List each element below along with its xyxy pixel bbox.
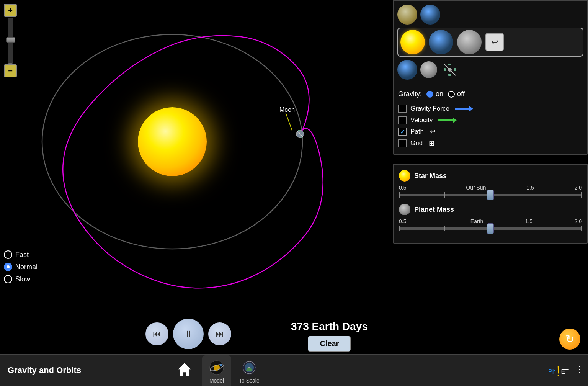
gravity-on-radio[interactable] [426,91,433,98]
star-mass-header: Star Mass [399,170,582,182]
zoom-controls: + − [4,4,17,77]
speed-slow[interactable]: Slow [4,275,38,283]
clear-button[interactable]: Clear [308,336,351,352]
tick-2 [444,192,445,198]
body-moon2[interactable] [420,61,437,78]
gravity-label: Gravity: [398,90,422,98]
satellite-label: Moon [279,106,295,113]
body-row-inactive [397,5,583,25]
tab-to-scale[interactable]: To Scale [233,355,266,386]
zoom-in-button[interactable]: + [4,4,17,17]
star-mass-thumb[interactable] [487,190,494,200]
zoom-out-button[interactable]: − [4,64,17,77]
model-icon [208,359,225,376]
body-star-inactive[interactable] [397,5,417,25]
planet-mass-track[interactable] [399,227,582,230]
rewind-button[interactable]: ⏮ [145,322,168,345]
star-mass-section: Star Mass 0.5 Our Sun 1.5 2.0 [399,170,582,196]
velocity-arrow [438,119,454,121]
svg-rect-7 [448,64,451,65]
star-mass-title: Star Mass [414,172,447,180]
planet-mass-header: Planet Mass [399,204,582,215]
menu-button[interactable]: ⋮ [575,364,584,375]
timer-area: 373 Earth Days Clear [291,321,368,352]
planet-mass-min: 0.5 [399,218,406,224]
star-mass-15: 1.5 [526,185,534,191]
svg-point-21 [248,367,250,368]
body-moon-selected[interactable] [457,30,482,54]
phet-ph: Ph [548,368,556,375]
path-checkbox[interactable] [398,128,407,136]
svg-marker-12 [178,363,191,376]
checkbox-grid[interactable]: Grid ⊞ [398,139,583,147]
to-scale-icon [241,359,258,376]
home-icon [176,361,193,378]
grid-checkbox[interactable] [398,139,407,147]
star-mass-center: Our Sun [466,185,486,191]
speed-slow-label: Slow [15,275,30,283]
body-selector: ↩ [394,1,587,87]
svg-point-17 [220,364,222,366]
tick-4 [536,192,536,198]
step-button[interactable]: ⏭ [208,322,231,345]
path-label: Path [410,128,424,136]
speed-fast-radio[interactable] [4,250,12,259]
checkbox-gravity-force[interactable]: Gravity Force [398,105,583,113]
gravity-force-arrow [455,108,470,110]
svg-rect-9 [444,68,446,71]
body-earth-selected[interactable] [429,30,453,54]
tick-p2 [444,226,445,231]
tick-p4 [536,226,536,231]
speed-fast-label: Fast [15,251,29,259]
body-sun-selected[interactable] [400,30,425,54]
star-mass-track[interactable] [399,194,582,196]
planet-mass-max: 2.0 [575,218,582,224]
gravity-toggle: Gravity: on off [394,87,587,101]
checkboxes-area: Gravity Force Velocity Path ↩ Grid ⊞ [394,101,587,154]
star-mass-min: 0.5 [399,185,406,191]
body-earth2[interactable] [397,60,417,80]
tab-model-label: Model [209,378,224,384]
gravity-off-group[interactable]: off [448,90,465,98]
body-earth-inactive[interactable] [420,5,440,25]
body-satellite[interactable] [440,60,459,79]
grid-icon: ⊞ [429,139,434,147]
checkbox-velocity[interactable]: Velocity [398,116,583,124]
body-row-selected: ↩ [397,28,583,57]
body-row-bottom [397,60,583,80]
svg-rect-10 [454,68,456,71]
home-tab[interactable] [168,354,201,386]
gravity-off-radio[interactable] [448,91,455,98]
right-panel: ↩ Gravity: on [393,0,588,155]
svg-point-11 [448,68,452,72]
sun-body[interactable] [138,107,207,176]
phet-logo: Ph ! ET [548,364,569,380]
phet-bang: ! [557,364,560,380]
simulation-area: + − Moon Fast Normal Slow [0,0,394,322]
planet-mass-thumb[interactable] [487,223,494,234]
tab-model[interactable]: Model [202,355,231,386]
speed-normal[interactable]: Normal [4,263,38,271]
speed-slow-radio[interactable] [4,275,12,283]
planet-mass-title: Planet Mass [414,206,454,214]
speed-normal-radio[interactable] [4,263,12,271]
pause-button[interactable]: ⏸ [173,319,204,349]
satellite-body[interactable] [296,129,305,139]
velocity-checkbox[interactable] [398,116,407,124]
star-mass-icon [399,170,410,182]
zoom-slider-thumb[interactable] [6,37,15,43]
tick-p1 [399,226,400,231]
zoom-slider[interactable] [8,18,13,64]
refresh-button[interactable]: ↻ [559,329,580,350]
gravity-force-checkbox[interactable] [398,105,407,113]
speed-fast[interactable]: Fast [4,250,38,259]
tick-5 [581,192,582,198]
gravity-on-group[interactable]: on [426,90,443,98]
path-icon: ↩ [430,128,436,136]
planet-mass-slider-container: 0.5 Earth 1.5 2.0 [399,218,582,230]
gravity-off-label: off [457,90,465,98]
tab-to-scale-label: To Scale [239,378,260,384]
reset-body-button[interactable]: ↩ [485,33,504,51]
checkbox-path[interactable]: Path ↩ [398,128,583,136]
planet-mass-icon [399,204,410,215]
